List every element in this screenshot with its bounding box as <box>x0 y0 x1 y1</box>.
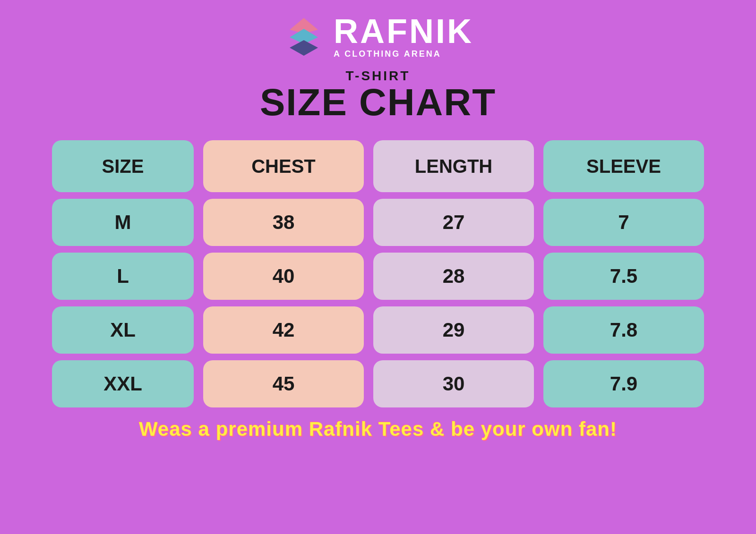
cell-sleeve-xxl: 7.9 <box>543 360 704 407</box>
cell-size-m: M <box>52 199 194 246</box>
table-row: XL 42 29 7.8 <box>47 306 709 354</box>
cell-chest-l: 40 <box>203 253 364 300</box>
table-row: M 38 27 7 <box>47 199 709 246</box>
brand-name: RAFNIK <box>334 14 473 48</box>
cell-chest-xl: 42 <box>203 306 364 354</box>
cell-size-l: L <box>52 253 194 300</box>
header: RAFNIK A CLOTHING ARENA T-SHIRT SIZE CHA… <box>260 14 496 131</box>
cell-chest-m: 38 <box>203 199 364 246</box>
cell-length-l: 28 <box>373 253 534 300</box>
cell-size-xxl: XXL <box>52 360 194 407</box>
cell-length-m: 27 <box>373 199 534 246</box>
cell-sleeve-xl: 7.8 <box>543 306 704 354</box>
header-length: LENGTH <box>373 140 534 192</box>
cell-sleeve-m: 7 <box>543 199 704 246</box>
table-row: L 40 28 7.5 <box>47 253 709 300</box>
svg-marker-2 <box>290 40 318 56</box>
header-chest: CHEST <box>203 140 364 192</box>
size-chart-title: SIZE CHART <box>260 84 496 121</box>
brand-subtitle: A CLOTHING ARENA <box>334 49 441 59</box>
table-header-row: SIZE CHEST LENGTH SLEEVE <box>47 140 709 192</box>
footer-tagline: Weas a premium Rafnik Tees & be your own… <box>139 418 617 441</box>
logo-icon <box>283 16 325 58</box>
cell-length-xl: 29 <box>373 306 534 354</box>
table-row: XXL 45 30 7.9 <box>47 360 709 407</box>
header-sleeve: SLEEVE <box>543 140 704 192</box>
cell-sleeve-l: 7.5 <box>543 253 704 300</box>
size-chart-table: SIZE CHEST LENGTH SLEEVE M 38 27 7 L 40 … <box>47 140 709 407</box>
logo-area: RAFNIK A CLOTHING ARENA <box>283 14 473 59</box>
cell-length-xxl: 30 <box>373 360 534 407</box>
brand-text: RAFNIK A CLOTHING ARENA <box>334 14 473 59</box>
title-section: T-SHIRT SIZE CHART <box>260 68 496 121</box>
cell-chest-xxl: 45 <box>203 360 364 407</box>
header-size: SIZE <box>52 140 194 192</box>
cell-size-xl: XL <box>52 306 194 354</box>
